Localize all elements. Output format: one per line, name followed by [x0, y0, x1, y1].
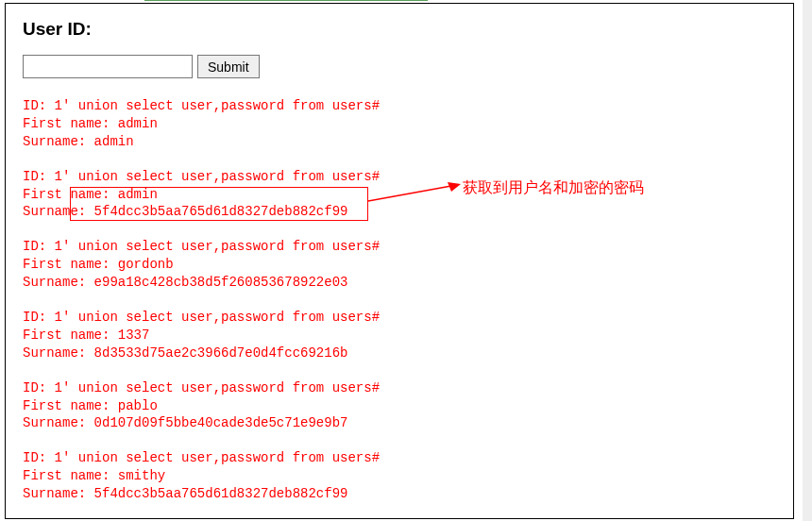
result-id-line: ID: 1' union select user,password from u… — [23, 449, 776, 467]
result-surname-line: Surname: 5f4dcc3b5aa765d61d8327deb882cf9… — [23, 203, 776, 221]
result-id-line: ID: 1' union select user,password from u… — [23, 238, 776, 256]
form-row: Submit — [23, 55, 776, 78]
submit-button[interactable]: Submit — [197, 55, 260, 78]
result-firstname-line: First name: 1337 — [23, 327, 776, 345]
result-firstname-line: First name: pablo — [23, 397, 776, 415]
user-id-heading: User ID: — [23, 19, 776, 40]
top-border-fragment — [144, 0, 428, 1]
annotation-text: 获取到用户名和加密的密码 — [463, 178, 644, 198]
result-block: ID: 1' union select user,password from u… — [23, 168, 776, 222]
result-id-line: ID: 1' union select user,password from u… — [23, 97, 776, 115]
result-firstname-line: First name: admin — [23, 115, 776, 133]
result-id-line: ID: 1' union select user,password from u… — [23, 379, 776, 397]
result-block: ID: 1' union select user,password from u… — [23, 97, 776, 151]
result-surname-line: Surname: e99a18c428cb38d5f260853678922e0… — [23, 274, 776, 292]
result-block: ID: 1' union select user,password from u… — [23, 309, 776, 362]
page-right-strip — [803, 0, 812, 521]
results-list: ID: 1' union select user,password from u… — [23, 97, 776, 503]
result-block: ID: 1' union select user,password from u… — [23, 449, 776, 503]
result-surname-line: Surname: 8d3533d75ae2c3966d7e0d4fcc69216… — [23, 345, 776, 362]
result-surname-line: Surname: 0d107d09f5bbe40cade3de5c71e9e9b… — [23, 414, 776, 432]
result-firstname-line: First name: admin — [23, 186, 776, 204]
result-id-line: ID: 1' union select user,password from u… — [23, 168, 776, 186]
result-surname-line: Surname: admin — [23, 133, 776, 151]
main-panel: User ID: Submit ID: 1' union select user… — [5, 3, 794, 519]
result-block: ID: 1' union select user,password from u… — [23, 379, 776, 433]
result-firstname-line: First name: smithy — [23, 467, 776, 485]
user-id-input[interactable] — [23, 55, 193, 78]
result-firstname-line: First name: gordonb — [23, 256, 776, 274]
result-surname-line: Surname: 5f4dcc3b5aa765d61d8327deb882cf9… — [23, 485, 776, 503]
result-id-line: ID: 1' union select user,password from u… — [23, 309, 776, 327]
result-block: ID: 1' union select user,password from u… — [23, 238, 776, 292]
